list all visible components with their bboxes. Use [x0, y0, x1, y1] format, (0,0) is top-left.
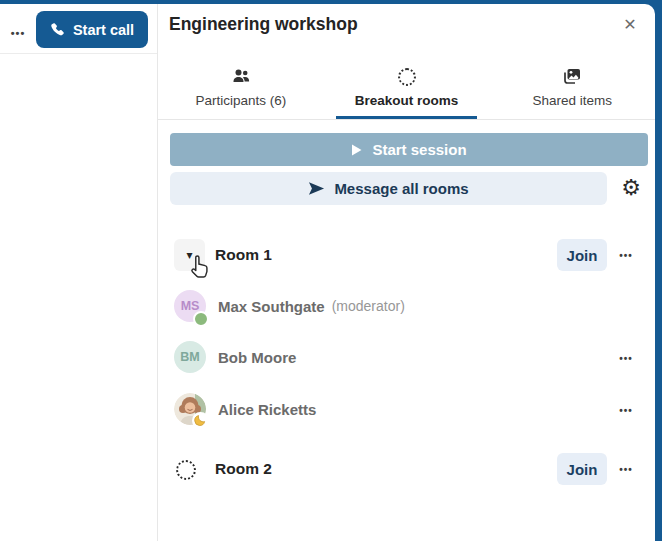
room2-more-icon[interactable]: •••	[614, 453, 638, 485]
play-icon	[351, 144, 362, 156]
participant-name: Max Southgate	[218, 298, 325, 315]
room2-name: Room 2	[215, 452, 272, 486]
participant-name: Alice Ricketts	[218, 401, 316, 418]
close-panel-icon[interactable]: ✕	[620, 14, 640, 34]
start-call-button[interactable]: Start call	[36, 11, 148, 48]
rooms-settings-gear-icon[interactable]: ⚙	[618, 172, 644, 204]
room1-collapse-chevron-icon[interactable]: ▾	[174, 239, 205, 271]
tabs-divider	[158, 119, 655, 120]
panel-title: Engineering workshop	[169, 14, 358, 35]
window-right-edge	[655, 0, 662, 541]
more-actions-icon[interactable]: •••	[7, 22, 29, 44]
participant-row-max-southgate[interactable]: MS Max Southgate (moderator)	[158, 282, 655, 330]
start-session-label: Start session	[372, 141, 466, 158]
room2-join-button[interactable]: Join	[557, 453, 607, 485]
participant-row-bob-moore[interactable]: BM Bob Moore •••	[158, 333, 655, 381]
room1-join-button[interactable]: Join	[557, 239, 607, 271]
panel-tabs: Participants (6) Breakout rooms Shared i…	[158, 56, 655, 119]
shared-items-icon	[562, 66, 582, 86]
participant-role: (moderator)	[332, 298, 405, 314]
start-session-button[interactable]: Start session	[170, 133, 648, 166]
presence-away-moon-icon	[192, 412, 209, 429]
send-icon	[308, 181, 325, 196]
room1-more-icon[interactable]: •••	[614, 239, 638, 271]
tab-breakout-rooms-label: Breakout rooms	[355, 93, 459, 108]
breakout-rooms-panel: Engineering workshop ✕ Participants (6) …	[158, 4, 655, 541]
rail-header-divider	[0, 53, 157, 54]
presence-available-icon	[193, 311, 209, 327]
participant-name: Bob Moore	[218, 349, 296, 366]
participant-more-icon[interactable]: •••	[614, 342, 638, 374]
participant-row-alice-ricketts[interactable]: Alice Ricketts •••	[158, 385, 655, 433]
avatar: BM	[174, 341, 206, 373]
participant-more-icon[interactable]: •••	[614, 394, 638, 426]
room-row-1: ▾ Room 1 Join •••	[158, 238, 655, 274]
room1-name: Room 1	[215, 238, 272, 272]
meeting-left-rail: ••• Start call	[0, 4, 157, 541]
tab-shared-items[interactable]: Shared items	[489, 56, 655, 119]
tab-participants[interactable]: Participants (6)	[158, 56, 324, 119]
message-all-rooms-button[interactable]: Message all rooms	[170, 172, 607, 205]
breakout-room-icon	[176, 460, 196, 480]
people-icon	[231, 66, 251, 86]
phone-icon	[50, 22, 65, 37]
tab-participants-label: Participants (6)	[195, 93, 286, 108]
message-all-rooms-label: Message all rooms	[334, 180, 468, 197]
start-call-label: Start call	[73, 22, 134, 38]
tab-breakout-rooms[interactable]: Breakout rooms	[324, 56, 490, 119]
breakout-rooms-icon	[398, 68, 416, 86]
tab-shared-items-label: Shared items	[532, 93, 612, 108]
room-row-2: Room 2 Join •••	[158, 452, 655, 488]
